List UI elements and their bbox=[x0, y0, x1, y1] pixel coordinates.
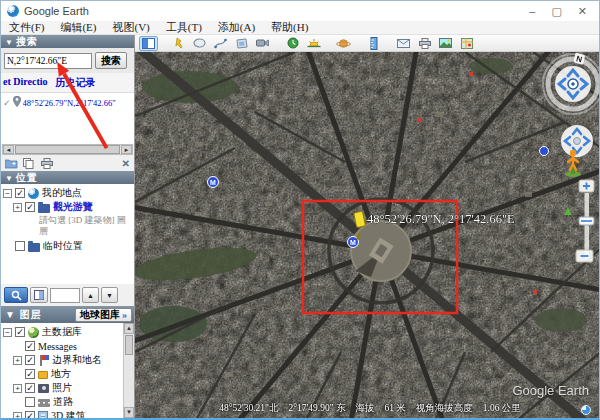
menu-view[interactable]: 视图(V) bbox=[113, 20, 150, 35]
search-button[interactable]: 搜索 bbox=[95, 52, 127, 69]
earth-gallery-button[interactable]: 地球图库» bbox=[75, 308, 132, 322]
sidebar-panel-toggle-icon[interactable] bbox=[139, 36, 158, 51]
checkbox[interactable]: ✓ bbox=[25, 355, 35, 365]
places-filter-row: ▲ ▼ bbox=[1, 284, 134, 306]
minimize-button[interactable]: – bbox=[529, 6, 535, 17]
ruler-icon[interactable] bbox=[364, 36, 383, 51]
status-eye-alt-label: 视角海拔高度 bbox=[416, 402, 473, 415]
search-result-item[interactable]: ✓ 48°52'26.79"N,2°17'42.66" bbox=[3, 96, 132, 109]
tree-item-label[interactable]: 3D 建筑 bbox=[51, 409, 86, 418]
tree-item-sightseeing[interactable]: + ✓ 觀光游覽 bbox=[13, 200, 134, 214]
scroll-right-icon[interactable]: ► bbox=[121, 145, 132, 154]
add-path-icon[interactable] bbox=[211, 36, 230, 51]
checkbox[interactable]: ✓ bbox=[25, 369, 35, 379]
tree-item-label[interactable]: 地方 bbox=[51, 367, 71, 381]
move-up-icon[interactable]: ▲ bbox=[82, 287, 99, 303]
tree-item-temporary-places[interactable]: 临时位置 bbox=[3, 239, 134, 253]
expander-icon[interactable]: + bbox=[13, 412, 22, 419]
expander-icon[interactable]: + bbox=[13, 384, 22, 393]
menu-help[interactable]: 帮助(H) bbox=[271, 20, 308, 35]
layer-3d-buildings[interactable]: + ✓ 3D 建筑 bbox=[13, 409, 122, 418]
tab-get-directions[interactable]: et Directio bbox=[3, 76, 48, 90]
tree-item-label[interactable]: 主数据库 bbox=[42, 325, 82, 339]
checkbox[interactable] bbox=[15, 241, 25, 251]
layers-header-label[interactable]: ▼ 图层 bbox=[5, 308, 75, 322]
results-panel-icon[interactable] bbox=[30, 287, 48, 303]
view-in-google-maps-icon[interactable] bbox=[457, 36, 476, 51]
add-placemark-icon[interactable] bbox=[169, 36, 188, 51]
tree-item-label[interactable]: Messages bbox=[38, 341, 77, 352]
status-bar: 48°52'30.21"北 2°17'49.90" 东 海拔 61 米 视角海拔… bbox=[163, 402, 577, 415]
places-panel-header[interactable]: ▼位置 bbox=[1, 171, 134, 184]
add-polygon-icon[interactable] bbox=[190, 36, 209, 51]
status-longitude: 2°17'49.90" 东 bbox=[289, 402, 346, 415]
menu-file[interactable]: 文件(F) bbox=[9, 20, 44, 35]
expander-icon[interactable]: − bbox=[3, 328, 12, 337]
tree-item-label[interactable]: 觀光游覽 bbox=[53, 200, 93, 214]
add-image-overlay-icon[interactable] bbox=[232, 36, 251, 51]
filter-input[interactable] bbox=[50, 288, 80, 303]
tree-item-label[interactable]: 我的地点 bbox=[42, 186, 82, 200]
historical-imagery-icon[interactable] bbox=[283, 36, 302, 51]
search-panel-header[interactable]: ▼搜索 bbox=[1, 35, 134, 48]
scroll-up-icon[interactable]: ▲ bbox=[124, 323, 134, 334]
menu-tools[interactable]: 工具(T) bbox=[166, 20, 202, 35]
google-earth-window: Google Earth – ▢ ✕ 文件(F) 编辑(E) 视图(V) 工具(… bbox=[0, 0, 600, 420]
tree-item-label[interactable]: 道路 bbox=[53, 395, 73, 409]
tree-item-my-places[interactable]: − ✓ 我的地点 bbox=[3, 186, 134, 200]
close-button[interactable]: ✕ bbox=[578, 6, 587, 17]
satellite-map[interactable]: M M 48°52'26.79"N, 2°17'42.66"E bbox=[135, 52, 599, 418]
checkbox[interactable]: ✓ bbox=[25, 202, 35, 212]
google-earth-logo-icon bbox=[7, 5, 19, 17]
metro-m-icon: M bbox=[350, 239, 356, 246]
checkbox[interactable]: ✓ bbox=[25, 411, 35, 418]
horizontal-scrollbar[interactable]: ◄ ► bbox=[2, 144, 133, 155]
tree-item-label[interactable]: 照片 bbox=[52, 381, 72, 395]
move-joystick[interactable] bbox=[561, 125, 593, 157]
copy-icon[interactable] bbox=[23, 158, 35, 169]
status-latitude: 48°52'30.21"北 bbox=[219, 402, 278, 415]
maximize-button[interactable]: ▢ bbox=[551, 6, 561, 17]
expander-icon[interactable]: − bbox=[3, 189, 12, 198]
checkbox[interactable] bbox=[25, 397, 35, 407]
sunlight-icon[interactable] bbox=[304, 36, 323, 51]
checkbox[interactable]: ✓ bbox=[15, 327, 25, 337]
scroll-down-icon[interactable]: ▼ bbox=[124, 407, 134, 418]
add-folder-icon[interactable] bbox=[5, 158, 17, 169]
save-image-icon[interactable] bbox=[436, 36, 455, 51]
scrollbar-thumb[interactable] bbox=[125, 335, 133, 355]
map-viewport[interactable]: M M 48°52'26.79"N, 2°17'42.66"E bbox=[135, 52, 599, 418]
move-down-icon[interactable]: ▼ bbox=[101, 287, 118, 303]
checkbox[interactable]: ✓ bbox=[15, 188, 25, 198]
layer-primary-database[interactable]: − ✓ 主数据库 bbox=[3, 325, 122, 339]
print-icon[interactable] bbox=[41, 158, 53, 169]
tree-item-label[interactable]: 边界和地名 bbox=[52, 353, 102, 367]
print-map-icon[interactable] bbox=[415, 36, 434, 51]
tab-history[interactable]: 历史记录 bbox=[56, 76, 96, 90]
menu-add[interactable]: 添加(A) bbox=[218, 20, 255, 35]
arc-de-triomphe bbox=[351, 221, 411, 281]
clear-results-icon[interactable]: ✕ bbox=[122, 158, 130, 169]
scroll-left-icon[interactable]: ◄ bbox=[3, 145, 14, 154]
email-icon[interactable] bbox=[394, 36, 413, 51]
menu-edit[interactable]: 编辑(E) bbox=[60, 20, 96, 35]
scrollbar-thumb[interactable] bbox=[15, 145, 120, 154]
layer-borders-labels[interactable]: + ✓ 边界和地名 bbox=[13, 353, 122, 367]
layer-photos[interactable]: + ✓ 照片 bbox=[13, 381, 122, 395]
record-tour-icon[interactable] bbox=[253, 36, 272, 51]
search-results: ✓ 48°52'26.79"N,2°17'42.66" bbox=[1, 92, 134, 144]
expander-icon[interactable]: + bbox=[13, 203, 22, 212]
layer-roads[interactable]: 道路 bbox=[13, 395, 122, 409]
search-filter-icon[interactable] bbox=[4, 287, 28, 303]
checkbox[interactable]: ✓ bbox=[25, 383, 35, 393]
result-coordinates[interactable]: 48°52'26.79"N,2°17'42.66" bbox=[23, 98, 116, 108]
layer-messages[interactable]: ✓ Messages bbox=[13, 339, 122, 353]
expander-icon[interactable]: + bbox=[13, 356, 22, 365]
vertical-scrollbar[interactable]: ▲ ▼ bbox=[123, 323, 134, 418]
search-form: 搜索 bbox=[1, 48, 134, 73]
search-input[interactable] bbox=[4, 53, 92, 69]
tree-item-label[interactable]: 临时位置 bbox=[43, 239, 83, 253]
switch-planet-icon[interactable] bbox=[334, 36, 353, 51]
layer-places[interactable]: ✓ 地方 bbox=[13, 367, 122, 381]
checkbox[interactable]: ✓ bbox=[25, 341, 35, 351]
